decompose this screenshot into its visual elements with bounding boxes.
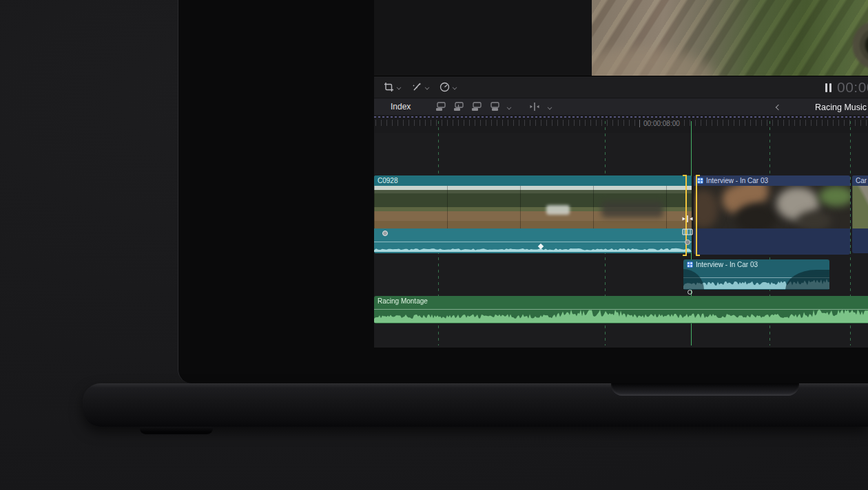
multicam-icon [687, 262, 693, 268]
retime-icon [440, 82, 450, 92]
chevron-down-icon [425, 85, 430, 89]
index-button[interactable]: Index [391, 102, 411, 111]
ruler-label: 00:00:08:00 [637, 120, 683, 127]
clip-car-b-roll[interactable]: Car B-Roll [852, 175, 868, 253]
append-edit-icon[interactable] [471, 102, 482, 111]
connect-edit-icon[interactable] [435, 102, 446, 111]
clip-label: Racing Montage [378, 297, 428, 305]
clip-audio-component [374, 228, 692, 253]
fade-handle[interactable] [382, 231, 388, 236]
crop-tool-icon [384, 82, 394, 92]
volume-line[interactable] [374, 242, 692, 242]
clip-label: Interview - In Car 03 [706, 177, 768, 184]
car-motion-blur-thumbnail [601, 201, 663, 217]
enhance-wand-button[interactable] [411, 82, 430, 92]
timeline-ruler[interactable]: 00:00:08:00 00:00:10:00 [374, 115, 868, 133]
filmstrip-thumbnails [374, 186, 692, 228]
clip-thumbnail [852, 186, 868, 228]
clip-label: Interview - In Car 03 [696, 261, 758, 268]
insert-edit-icon[interactable] [453, 102, 464, 111]
viewer-video-preview [592, 0, 868, 76]
clip-thumbnail [694, 186, 850, 228]
trim-cursor-icons [680, 213, 695, 245]
chevron-down-icon[interactable] [507, 105, 512, 109]
edit-point-handle [685, 239, 690, 245]
fade-out-shadow [785, 270, 829, 290]
multicam-icon [697, 178, 703, 184]
clip-body [694, 228, 850, 255]
retime-button[interactable] [440, 82, 457, 92]
fade-handle[interactable] [688, 290, 692, 295]
ruler-ticks [375, 120, 868, 126]
ruler-top-dotted-line [374, 116, 868, 118]
chevron-down-icon [397, 85, 402, 89]
timecode-display[interactable]: 00:00:09:15 [837, 79, 868, 96]
viewer-panel [374, 0, 868, 76]
pause-icon[interactable] [825, 83, 831, 92]
lid-opening-notch [611, 383, 799, 396]
macbook-foot [140, 427, 213, 434]
timecode-dim: 00:00:0 [837, 79, 868, 95]
clip-racing-montage[interactable]: Racing Montage [374, 296, 868, 323]
macbook-base [83, 383, 868, 427]
waveform [374, 247, 692, 252]
clip-interview-audio[interactable]: Interview - In Car 03 [683, 259, 829, 290]
chevron-left-icon[interactable] [776, 105, 781, 109]
trim-tool-icon[interactable] [528, 102, 541, 111]
chevron-down-icon[interactable] [548, 105, 552, 109]
roll-trim-icon [681, 215, 694, 223]
enhance-wand-icon [411, 82, 422, 92]
clip-label: C0928 [378, 177, 397, 184]
final-cut-pro-window: 00:00:09:15 Index Racing Music Intro [374, 0, 868, 348]
overwrite-edit-icon[interactable] [489, 102, 500, 111]
waveform [374, 310, 868, 323]
macbook-screen: 00:00:09:15 Index Racing Music Intro [178, 0, 868, 383]
clip-interview-video[interactable]: Interview - In Car 03 [694, 175, 850, 255]
project-name[interactable]: Racing Music Intro [815, 103, 868, 112]
chevron-down-icon [453, 85, 457, 89]
clip-body [852, 228, 868, 253]
filmstrip-icon [682, 228, 693, 235]
timeline-toolbar: Index Racing Music Intro 46:02 02 [374, 98, 868, 115]
car-thumbnail [546, 205, 570, 215]
crop-tool-button[interactable] [384, 82, 402, 92]
clip-label: Car B-Roll [856, 177, 868, 184]
viewer-toolbar: 00:00:09:15 [374, 76, 868, 98]
fade-in-shadow [683, 269, 704, 290]
clip-c0928[interactable]: C0928 [374, 175, 692, 253]
